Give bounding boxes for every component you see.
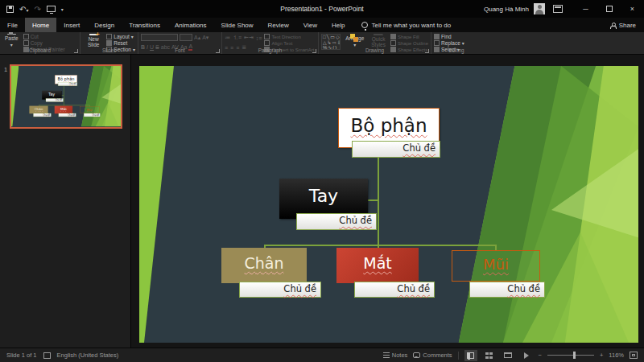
org-subnode-mat[interactable]: Chủ đề [354,282,435,298]
notes-button[interactable]: Notes [383,352,408,359]
comments-icon [413,352,420,358]
share-label: Share [619,22,636,29]
org-subnode-mat[interactable]: Chủ đề [59,113,76,117]
zoom-out-button[interactable]: − [539,352,542,359]
avatar[interactable] [534,3,545,14]
slideshow-icon [524,352,529,359]
minimize-button[interactable]: ─ [574,0,597,18]
tab-transitions[interactable]: Transitions [122,18,167,32]
shrink-font-icon: A▾ [202,35,208,41]
tab-design[interactable]: Design [87,18,122,32]
reset-button[interactable]: Reset [106,40,135,46]
connector-tay [368,200,378,201]
arrange-button[interactable]: Arrange ▾ [343,34,366,47]
save-icon[interactable] [6,6,14,13]
workspace: 1 Bộ phận Chủ đề Tay [0,55,644,348]
tab-view[interactable]: View [296,18,324,32]
zoom-slider-thumb[interactable] [573,352,576,359]
slide-thumbnail[interactable]: Bộ phận Chủ đề Tay Chủ đề Chân Chủ đề [10,64,122,129]
font-size-combo [180,34,192,41]
paste-icon [7,34,16,35]
slide-canvas[interactable]: Bộ phận Chủ đề Tay Chủ đề Chân Chủ đề [131,55,644,348]
bullets-icon: ≔ [225,35,230,41]
powerpoint-window: ↶▾ ↷ ▾ Presentation1 - PowerPoint Quang … [0,0,644,362]
drawing-dialog-launcher[interactable] [425,49,429,53]
slide[interactable]: Bộ phận Chủ đề Tay Chủ đề Chân Chủ đề [11,66,121,126]
background-shape-left-green [11,66,20,126]
paste-dropdown-icon[interactable]: ▾ [10,42,13,47]
normal-view-icon [467,352,474,359]
grow-font-icon: A▴ [194,35,200,41]
tell-me-label: Tell me what you want to do [371,22,451,29]
org-subnode-root[interactable]: Chủ đề [352,141,440,158]
background-shape-right-green [445,66,638,343]
org-node-chan[interactable]: Chân [29,106,47,114]
slide-indicator[interactable]: Slide 1 of 1 [6,352,37,359]
view-slideshow-button[interactable] [520,350,533,361]
language-indicator[interactable]: English (United States) [57,352,119,359]
share-icon [610,23,616,28]
tab-home[interactable]: Home [25,18,56,32]
org-subnode-root[interactable]: Chủ đề [58,82,77,86]
org-node-mat[interactable]: Mắt [336,248,419,283]
org-node-mat[interactable]: Mắt [55,106,72,114]
replace-icon [434,40,440,46]
replace-button[interactable]: Replace▾ [434,40,464,46]
text-direction-button: Text Direction [264,34,314,39]
title-bar: ↶▾ ↷ ▾ Presentation1 - PowerPoint Quang … [0,0,644,18]
zoom-in-button[interactable]: + [600,352,603,359]
zoom-level[interactable]: 116% [609,352,624,359]
find-button[interactable]: Find [434,34,464,39]
org-node-mui[interactable]: Mũi [452,250,540,282]
status-bar: Slide 1 of 1 English (United States) Not… [0,348,644,362]
connector-horizontal [264,245,496,246]
zoom-slider[interactable] [547,355,594,356]
tab-insert[interactable]: Insert [56,18,87,32]
redo-icon: ↷ [34,5,40,14]
new-slide-button[interactable]: New Slide [83,34,104,47]
slide-thumbnail-panel[interactable]: 1 Bộ phận Chủ đề Tay [0,55,131,348]
tab-animations[interactable]: Animations [167,18,214,32]
slide[interactable]: Bộ phận Chủ đề Tay Chủ đề Chân Chủ đề [139,66,638,343]
tab-help[interactable]: Help [324,18,352,32]
font-dialog-launcher[interactable] [216,49,220,53]
org-node-chan[interactable]: Chân [221,248,307,283]
clipboard-dialog-launcher[interactable] [74,49,78,53]
layout-button[interactable]: Layout▾ [106,34,135,39]
org-node-mui[interactable]: Mũi [80,106,99,113]
view-normal-button[interactable] [464,350,477,361]
share-button[interactable]: Share [602,18,644,32]
start-slideshow-icon[interactable] [47,6,56,12]
org-subnode-chan[interactable]: Chủ đề [33,113,51,117]
view-reading-button[interactable] [502,350,514,361]
tell-me-box[interactable]: Tell me what you want to do [361,18,451,32]
account-name[interactable]: Quang Hà Minh [484,6,529,13]
org-subnode-chan[interactable]: Chủ đề [239,282,321,298]
org-subnode-tay[interactable]: Chủ đề [296,213,377,230]
ribbon-display-options-icon[interactable] [553,5,563,13]
group-drawing: □╲▭◇○▭ △↳⇨⇩⬠▽ %∿(){}☆ Arrange ▾ Quick St… [319,32,431,54]
tab-slideshow[interactable]: Slide Show [214,18,261,32]
background-shape-right-green [78,66,121,126]
tab-review[interactable]: Review [261,18,296,32]
slide-sorter-icon [485,352,493,359]
qat-customize-icon[interactable]: ▾ [61,6,64,12]
group-font: A▴ A▾ B I U S abc AV Aa A Font [138,32,222,54]
background-shape-left-green [139,66,180,343]
comments-button[interactable]: Comments [413,352,452,359]
org-subnode-tay[interactable]: Chủ đề [46,98,64,102]
quick-access-toolbar: ↶▾ ↷ ▾ [0,5,64,14]
paragraph-dialog-launcher[interactable] [312,49,316,53]
reading-view-icon [504,352,512,358]
org-subnode-mui[interactable]: Chủ đề [469,282,545,298]
fit-to-window-icon[interactable] [630,352,638,359]
restore-button[interactable] [597,0,621,18]
undo-icon[interactable]: ↶▾ [19,5,28,14]
paste-button[interactable]: Paste ▾ [2,34,21,47]
arrange-icon [350,34,359,35]
org-subnode-mui[interactable]: Chủ đề [84,113,101,117]
view-slide-sorter-button[interactable] [483,350,496,361]
close-button[interactable]: × [621,0,644,18]
accessibility-icon[interactable] [43,352,51,359]
tab-file[interactable]: File [0,18,25,32]
